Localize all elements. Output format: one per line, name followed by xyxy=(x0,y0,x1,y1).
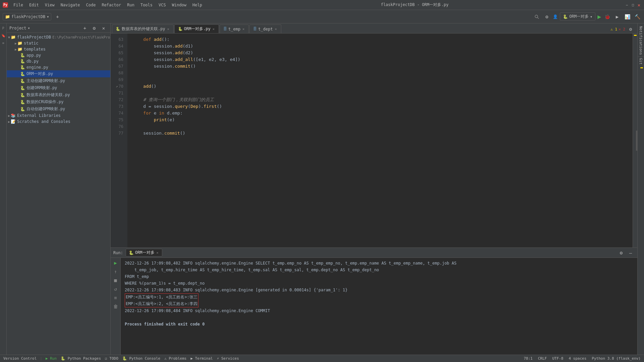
status-python-packages[interactable]: 🐍 Python Packages xyxy=(60,356,102,361)
maximize-button[interactable]: □ xyxy=(631,3,635,7)
close-button[interactable]: ✕ xyxy=(637,3,641,7)
settings-icon[interactable]: ⚙ xyxy=(543,13,551,21)
tree-item-app-py[interactable]: 🐍 app.py xyxy=(7,52,110,58)
tab-fk-close[interactable]: ✕ xyxy=(167,27,170,31)
tree-item-orm-py[interactable]: 🐍 ORM一对多.py xyxy=(7,70,110,77)
bookmark-icon[interactable]: 🔖 xyxy=(0,32,7,39)
run-output-line-4: WHERE %(param_1)s = t_emp.dept_no xyxy=(125,280,633,287)
menu-file[interactable]: File xyxy=(11,2,26,8)
minimize-button[interactable]: — xyxy=(625,3,629,7)
menu-help[interactable]: Help xyxy=(190,2,205,8)
user-icon[interactable]: 👤 xyxy=(553,14,558,19)
status-python-version[interactable]: Python 3.8 (flask_env) xyxy=(591,356,641,361)
status-problems[interactable]: ⚠ Problems xyxy=(164,356,187,361)
build-button[interactable]: 🔨 xyxy=(633,13,641,21)
menu-edit[interactable]: Edit xyxy=(26,2,42,8)
tree-item-crud[interactable]: 🐍 数据的CRUD操作.py xyxy=(7,98,110,105)
tab-t-emp-close[interactable]: ✕ xyxy=(242,27,245,31)
run-rerun-button[interactable]: ↺ xyxy=(112,285,119,293)
editor-settings-icon[interactable]: ⚙ xyxy=(627,25,635,33)
tree-item-scratches[interactable]: ▶ 📝 Scratches and Consoles xyxy=(7,119,110,125)
status-encoding[interactable]: UTF-8 xyxy=(551,356,564,361)
notifications-label[interactable]: Notifications xyxy=(638,25,644,57)
tree-item-db-py[interactable]: 🐍 db.py xyxy=(7,58,110,64)
tab-orm[interactable]: 🐍 ORM一对多.py ✕ xyxy=(174,24,219,33)
tab-t-dept-close[interactable]: ✕ xyxy=(274,27,278,31)
menu-code[interactable]: Code xyxy=(83,2,99,8)
run-stop-button[interactable]: ■ xyxy=(112,277,119,284)
menu-window[interactable]: Window xyxy=(169,2,189,8)
run-minimize-icon[interactable]: — xyxy=(627,249,635,257)
add-config-button[interactable]: + xyxy=(53,13,61,21)
tree-item-static[interactable]: ▶ 📁 static xyxy=(7,40,110,46)
run-tab-orm[interactable]: 🐍 ORM一对多 ✕ xyxy=(126,249,162,257)
run-config-selector[interactable]: 🐍 ORM一对多 ▾ xyxy=(560,12,595,21)
debug-button[interactable]: 🐞 xyxy=(603,13,611,21)
project-tree: Project ▾ + ⚙ ✕ ▼ 📁 flaskProjectDB E:\Py… xyxy=(7,23,111,355)
status-cursor-pos[interactable]: 78:1 xyxy=(523,356,533,361)
gitview-label[interactable]: Git xyxy=(638,57,644,66)
tab-t-emp[interactable]: 🗄 t_emp ✕ xyxy=(220,24,249,33)
run-play-button[interactable]: ▶ xyxy=(112,259,119,267)
tree-item-create-orm[interactable]: 🐍 创建ORM映射.py xyxy=(7,84,110,91)
status-terminal[interactable]: ▶ Terminal xyxy=(190,356,213,361)
tree-item-auto-opm[interactable]: 🐍 自动创建OPM映射.py xyxy=(7,105,110,113)
project-icon[interactable]: P xyxy=(0,25,7,31)
status-line-ending[interactable]: CRLF xyxy=(537,356,548,361)
menu-view[interactable]: View xyxy=(42,2,57,8)
run-filter-button[interactable]: ≡ xyxy=(112,294,119,301)
status-services[interactable]: ⚡ Services xyxy=(216,356,240,361)
tree-item-external-libs[interactable]: ▶ 📚 External Libraries xyxy=(7,113,110,119)
structure-icon[interactable]: ≡ xyxy=(0,40,7,46)
run-settings-icon[interactable]: ⚙ xyxy=(617,249,625,257)
toolbar: 📁 flaskProjectDB ▾ + ⚙ 👤 🐍 ORM一对多 ▾ ▶ 🐞 … xyxy=(0,10,644,23)
status-indent[interactable]: 4 spaces xyxy=(568,356,587,361)
tree-item-active-orm[interactable]: 🐍 主动创建ORM映射.py xyxy=(7,77,110,84)
gutter-arrow-icon: ↗ xyxy=(116,83,118,90)
scroll-thumb[interactable] xyxy=(636,131,637,151)
coverage-button[interactable]: ▶ xyxy=(613,13,621,21)
line-77: 77 xyxy=(111,130,126,137)
project-name: flaskProjectDB xyxy=(11,14,45,19)
status-version-control[interactable]: Version Control xyxy=(3,356,37,361)
tree-item-fk[interactable]: 🐍 数据库表的外键关联.py xyxy=(7,91,110,98)
tree-close-icon[interactable]: ✕ xyxy=(100,24,108,32)
tab-t-dept[interactable]: 🗄 t_dept ✕ xyxy=(249,24,281,33)
tab-fk[interactable]: 🐍 数据库表的外键关联.py ✕ xyxy=(112,24,174,33)
profile-button[interactable]: 📊 xyxy=(623,13,631,21)
menu-navigate[interactable]: Navigate xyxy=(58,2,83,8)
status-run-btn[interactable]: ▶ Run xyxy=(45,356,57,361)
run-trash-button[interactable]: 🗑 xyxy=(112,303,119,310)
run-panel-content: ▶ ↑ ■ ↺ ≡ 🗑 2022-12-26 17:09:08,482 INFO… xyxy=(111,258,637,355)
tree-root[interactable]: ▼ 📁 flaskProjectDB E:\PyCharmProject\Fla… xyxy=(7,34,110,40)
tab-t-dept-icon: 🗄 xyxy=(253,27,257,31)
tree-add-icon[interactable]: + xyxy=(81,24,89,32)
project-selector[interactable]: 📁 flaskProjectDB ▾ xyxy=(3,13,51,20)
status-todo[interactable]: ☑ TODO xyxy=(104,356,119,361)
menu-tools[interactable]: Tools xyxy=(138,2,155,8)
search-everywhere-icon[interactable] xyxy=(533,13,541,21)
menu-run[interactable]: Run xyxy=(124,2,137,8)
menu-bar[interactable]: File Edit View Navigate Code Refactor Ru… xyxy=(11,2,205,8)
menu-vcs[interactable]: VCS xyxy=(156,2,169,8)
tree-header-label: Project xyxy=(9,26,26,30)
tree-item-engine-py[interactable]: 🐍 engine.py xyxy=(7,64,110,70)
right-sidebar: Notifications Git xyxy=(637,23,644,355)
code-content[interactable]: def add(): session.add(d1) session.add(d… xyxy=(127,33,633,247)
tab-bar: 🐍 数据库表的外键关联.py ✕ 🐍 ORM一对多.py ✕ 🗄 t_emp ✕… xyxy=(111,23,637,33)
warning-stripe-marker xyxy=(640,67,643,68)
code-line-65: session.add(d2) xyxy=(133,50,627,56)
status-python-console[interactable]: 🐍 Python Console xyxy=(122,356,161,361)
tree-item-templates[interactable]: ▶ 📁 templates xyxy=(7,46,110,52)
code-line-71 xyxy=(133,90,627,96)
tab-orm-close[interactable]: ✕ xyxy=(212,27,215,31)
line-66: 66 xyxy=(111,56,126,63)
window-controls[interactable]: — □ ✕ xyxy=(625,3,641,7)
tree-settings-icon[interactable]: ⚙ xyxy=(90,24,98,32)
left-icon-rail: P 🔖 ≡ xyxy=(0,23,7,355)
menu-refactor[interactable]: Refactor xyxy=(99,2,124,8)
run-scroll-up-button[interactable]: ↑ xyxy=(112,268,119,275)
error-stripe xyxy=(638,66,644,355)
run-button[interactable]: ▶ xyxy=(597,13,601,20)
run-tab-close[interactable]: ✕ xyxy=(156,251,159,255)
